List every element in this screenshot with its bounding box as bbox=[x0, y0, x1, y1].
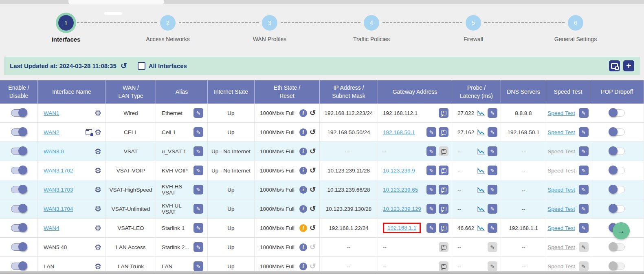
edit-alias-button[interactable]: ✎ bbox=[193, 146, 203, 156]
window-view-button[interactable] bbox=[609, 60, 620, 71]
info-icon[interactable]: i bbox=[299, 243, 307, 251]
ping-gateway-button[interactable] bbox=[439, 204, 448, 214]
all-interfaces-checkbox[interactable] bbox=[138, 62, 145, 70]
latency-chart-icon[interactable] bbox=[477, 186, 485, 193]
info-icon[interactable]: i bbox=[299, 205, 307, 213]
edit-speed-test-button[interactable]: ✎ bbox=[579, 166, 589, 175]
interface-name-link[interactable]: WAN3.1704 bbox=[44, 206, 73, 212]
edit-speed-test-button[interactable]: ✎ bbox=[579, 146, 589, 156]
latency-chart-icon[interactable] bbox=[477, 129, 485, 136]
speed-test-link[interactable]: Speed Test bbox=[547, 225, 575, 231]
interface-name-link[interactable]: WAN4 bbox=[44, 225, 59, 231]
edit-alias-button[interactable]: ✎ bbox=[193, 108, 203, 118]
gateway-value[interactable]: 10.123.239.65 bbox=[383, 187, 418, 193]
edit-probe-button[interactable]: ✎ bbox=[488, 204, 497, 214]
reset-icon[interactable]: ↺ bbox=[310, 205, 316, 212]
edit-probe-button[interactable]: ✎ bbox=[488, 127, 497, 137]
pop-dropoff-toggle[interactable] bbox=[609, 128, 625, 136]
enable-toggle[interactable] bbox=[11, 224, 26, 232]
edit-gateway-button[interactable]: ✎ bbox=[426, 185, 436, 194]
enable-toggle[interactable] bbox=[11, 167, 26, 174]
latency-chart-icon[interactable] bbox=[477, 225, 485, 232]
edit-alias-button[interactable]: ✎ bbox=[193, 127, 203, 137]
latency-chart-icon[interactable] bbox=[477, 167, 485, 174]
reset-icon[interactable]: ↺ bbox=[310, 148, 316, 155]
ping-gateway-button[interactable] bbox=[439, 223, 448, 233]
interface-name-link[interactable]: WAN3.0 bbox=[44, 148, 64, 155]
info-icon[interactable]: i bbox=[299, 186, 307, 194]
reset-icon[interactable]: ↺ bbox=[310, 128, 316, 136]
settings-gear-icon[interactable]: ⚙ bbox=[95, 167, 101, 175]
enable-toggle[interactable] bbox=[11, 148, 26, 155]
edit-probe-button[interactable]: ✎ bbox=[488, 108, 497, 118]
enable-toggle[interactable] bbox=[11, 109, 26, 117]
reset-icon[interactable]: ↺ bbox=[310, 109, 316, 117]
refresh-icon[interactable]: ↺ bbox=[121, 61, 127, 71]
ping-gateway-button[interactable] bbox=[439, 166, 448, 175]
pop-dropoff-toggle[interactable] bbox=[609, 109, 625, 117]
edit-gateway-button[interactable]: ✎ bbox=[426, 204, 436, 214]
edit-probe-button[interactable]: ✎ bbox=[488, 146, 497, 156]
reset-icon[interactable]: ↺ bbox=[310, 167, 316, 174]
info-icon[interactable]: i bbox=[299, 148, 307, 155]
speed-test-link[interactable]: Speed Test bbox=[547, 187, 575, 193]
step-circle-5[interactable]: 5 bbox=[466, 15, 481, 31]
settings-gear-icon[interactable]: ⚙ bbox=[95, 186, 101, 194]
edit-speed-test-button[interactable]: ✎ bbox=[579, 108, 589, 118]
info-icon[interactable]: i bbox=[299, 167, 307, 175]
interface-name-link[interactable]: WAN1 bbox=[44, 110, 59, 116]
info-icon[interactable]: i bbox=[299, 224, 307, 232]
pop-dropoff-toggle[interactable] bbox=[609, 205, 625, 212]
step-circle-3[interactable]: 3 bbox=[262, 15, 277, 31]
edit-alias-button[interactable]: ✎ bbox=[193, 185, 203, 194]
edit-speed-test-button[interactable]: ✎ bbox=[579, 185, 589, 194]
edit-speed-test-button[interactable]: ✎ bbox=[579, 204, 589, 214]
info-icon[interactable]: i bbox=[299, 109, 307, 117]
edit-probe-button[interactable]: ✎ bbox=[488, 185, 497, 194]
info-icon[interactable]: i bbox=[299, 263, 307, 270]
latency-chart-icon[interactable] bbox=[477, 110, 485, 117]
step-circle-6[interactable]: 6 bbox=[568, 15, 583, 31]
settings-gear-icon[interactable]: ⚙ bbox=[95, 205, 101, 213]
settings-gear-icon[interactable]: ⚙ bbox=[95, 148, 101, 155]
enable-toggle[interactable] bbox=[11, 263, 26, 270]
interface-name-link[interactable]: WAN2 bbox=[44, 129, 59, 135]
edit-probe-button[interactable]: ✎ bbox=[488, 223, 497, 233]
step-circle-2[interactable]: 2 bbox=[160, 15, 176, 31]
edit-speed-test-button[interactable]: ✎ bbox=[579, 223, 589, 233]
speed-test-link[interactable]: Speed Test bbox=[547, 129, 575, 135]
edit-gateway-button[interactable]: ✎ bbox=[426, 166, 436, 175]
interface-name-link[interactable]: WAN3.1702 bbox=[44, 168, 73, 174]
gateway-value[interactable]: 10.123.239.9 bbox=[383, 168, 415, 174]
ping-gateway-button[interactable] bbox=[439, 108, 448, 118]
latency-chart-icon[interactable] bbox=[477, 148, 485, 155]
edit-gateway-button[interactable]: ✎ bbox=[426, 223, 436, 233]
pop-dropoff-toggle[interactable] bbox=[609, 186, 625, 193]
edit-alias-button[interactable]: ✎ bbox=[193, 166, 203, 175]
settings-gear-icon[interactable]: ⚙ bbox=[95, 224, 101, 232]
step-circle-1[interactable]: 1 bbox=[58, 15, 74, 31]
pop-dropoff-toggle[interactable] bbox=[609, 148, 625, 155]
edit-probe-button[interactable]: ✎ bbox=[488, 166, 497, 175]
reset-icon[interactable]: ↺ bbox=[310, 224, 316, 232]
gateway-value[interactable]: 192.168.50.1 bbox=[383, 129, 415, 135]
info-icon[interactable]: i bbox=[299, 128, 307, 136]
settings-gear-icon[interactable]: ⚙ bbox=[95, 263, 101, 270]
enable-toggle[interactable] bbox=[11, 186, 26, 193]
ping-gateway-button[interactable] bbox=[439, 185, 448, 194]
add-interface-button[interactable]: + bbox=[623, 60, 634, 71]
edit-alias-button[interactable]: ✎ bbox=[193, 242, 203, 252]
reset-icon[interactable]: ↺ bbox=[310, 186, 316, 193]
enable-toggle[interactable] bbox=[11, 243, 26, 251]
edit-alias-button[interactable]: ✎ bbox=[193, 261, 203, 271]
latency-chart-icon[interactable] bbox=[477, 206, 485, 212]
enable-toggle[interactable] bbox=[11, 205, 26, 212]
settings-gear-icon[interactable]: ⚙ bbox=[95, 243, 101, 251]
step-circle-4[interactable]: 4 bbox=[364, 15, 379, 31]
settings-gear-icon[interactable]: ⚙ bbox=[95, 128, 101, 136]
gateway-value[interactable]: 192.168.1.1 bbox=[387, 225, 416, 231]
gateway-value[interactable]: 10.123.239.129 bbox=[383, 206, 421, 212]
edit-alias-button[interactable]: ✎ bbox=[193, 223, 203, 233]
settings-gear-icon[interactable]: ⚙ bbox=[95, 109, 101, 117]
ping-gateway-button[interactable] bbox=[439, 127, 448, 137]
